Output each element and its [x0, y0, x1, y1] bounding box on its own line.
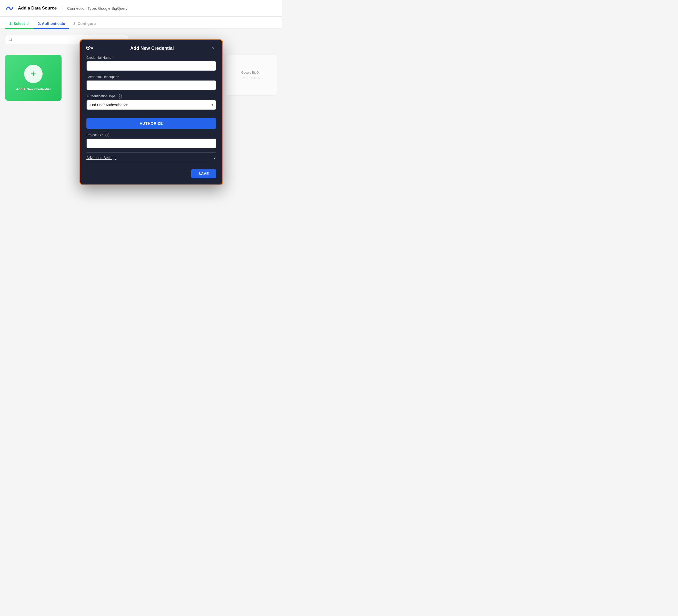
app-header: Add a Data Source | Connection Type: Goo…: [0, 0, 282, 17]
credential-description-input[interactable]: [86, 80, 216, 90]
auth-type-group: Authentication Type i End User Authentic…: [86, 94, 216, 110]
step-authenticate-label: 2. Authenticate: [38, 21, 65, 26]
project-id-label: Project ID * i: [86, 133, 216, 137]
advanced-settings-label: Advanced Settings: [86, 156, 116, 160]
stepper-nav: 1. Select ✓ 2. Authenticate 3. Configure: [0, 17, 282, 29]
credential-description-group: Credential Description: [86, 75, 216, 90]
project-id-required-star: *: [102, 133, 103, 137]
connection-type-label: Connection Type: Google BigQuery: [67, 6, 128, 10]
required-star: *: [112, 56, 114, 60]
project-id-group: Project ID * i: [86, 133, 216, 149]
search-icon: [8, 37, 12, 42]
existing-card-name: Google BigQ...: [239, 71, 264, 74]
page-title: Add a Data Source: [18, 6, 57, 11]
step-configure[interactable]: 3. Configure: [69, 19, 100, 29]
existing-credential-card[interactable]: Google BigQ... Feb 13, 2020 a...: [226, 55, 277, 96]
credential-name-input[interactable]: [86, 61, 216, 71]
svg-line-1: [11, 40, 12, 41]
credential-name-label: Credential Name *: [86, 56, 216, 60]
main-content: + Add A New Credential Google BigQ... Fe…: [0, 29, 282, 240]
add-credential-label: Add A New Credential: [16, 87, 51, 91]
svg-rect-5: [92, 48, 93, 49]
auth-type-select-wrap: End User Authentication Service Account …: [86, 100, 216, 110]
project-id-info-icon: i: [105, 133, 109, 137]
modal-body: Credential Name * Credential Description…: [80, 56, 222, 184]
svg-rect-6: [91, 48, 92, 49]
modal-header-left: [86, 45, 93, 51]
project-id-input[interactable]: [86, 139, 216, 148]
advanced-settings-chevron-icon: ∨: [213, 155, 216, 160]
auth-type-select[interactable]: End User Authentication Service Account: [86, 100, 216, 110]
modal-header: Add New Credential ×: [80, 40, 222, 56]
svg-point-3: [87, 47, 89, 48]
step-select[interactable]: 1. Select ✓: [5, 19, 34, 29]
header-separator: |: [61, 6, 62, 11]
credential-name-group: Credential Name *: [86, 56, 216, 71]
check-icon: ✓: [27, 22, 30, 26]
credential-description-label: Credential Description: [86, 75, 216, 79]
auth-type-label: Authentication Type i: [86, 94, 216, 99]
authorize-button[interactable]: AUTHORIZE: [86, 118, 216, 129]
step-authenticate[interactable]: 2. Authenticate: [34, 19, 69, 29]
add-credential-modal: Add New Credential × Credential Name * C…: [79, 39, 223, 185]
existing-card-date: Feb 13, 2020 a...: [240, 76, 262, 79]
modal-footer: SAVE: [86, 167, 216, 178]
add-credential-card[interactable]: + Add A New Credential: [5, 55, 62, 101]
plus-icon: +: [24, 65, 43, 83]
step-configure-label: 3. Configure: [73, 21, 96, 26]
modal-title: Add New Credential: [93, 46, 210, 51]
svg-rect-4: [90, 47, 93, 48]
key-icon: [86, 45, 93, 51]
auth-type-info-icon: i: [118, 95, 122, 99]
advanced-settings-row[interactable]: Advanced Settings ∨: [86, 152, 216, 163]
save-button[interactable]: SAVE: [191, 169, 216, 178]
app-logo: [5, 4, 14, 13]
step-select-label: 1. Select: [9, 21, 25, 26]
modal-close-button[interactable]: ×: [210, 45, 216, 51]
